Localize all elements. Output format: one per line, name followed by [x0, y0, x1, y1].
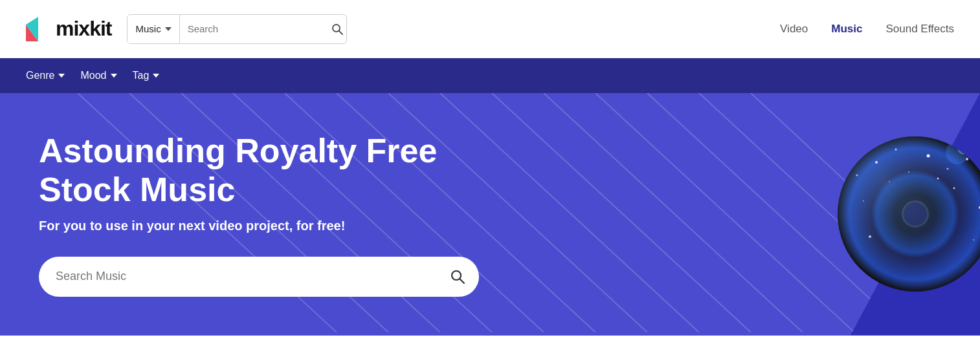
header-search-bar: Music — [127, 14, 347, 44]
search-category-label: Music — [135, 23, 161, 34]
svg-line-19 — [460, 279, 465, 283]
svg-line-3 — [339, 30, 343, 34]
chevron-down-icon — [165, 27, 172, 31]
hero-section: Astounding Royalty Free Stock Music For … — [0, 93, 980, 336]
tag-filter[interactable]: Tag — [133, 70, 175, 81]
svg-point-25 — [889, 181, 890, 182]
vinyl-record — [838, 136, 980, 292]
header: mixkit Music Video Music Sound Effects — [0, 0, 980, 58]
search-button[interactable] — [328, 20, 346, 38]
svg-point-33 — [869, 235, 871, 238]
filter-bar: Genre Mood Tag — [0, 58, 980, 93]
svg-point-31 — [856, 175, 858, 177]
mood-label: Mood — [80, 70, 106, 81]
genre-chevron-icon — [58, 74, 65, 78]
svg-point-27 — [863, 200, 864, 202]
svg-point-23 — [947, 168, 949, 170]
sparkles-svg — [838, 136, 980, 292]
logo[interactable]: mixkit — [26, 17, 111, 41]
svg-point-32 — [973, 239, 974, 241]
svg-point-35 — [957, 142, 970, 155]
search-category-dropdown[interactable]: Music — [128, 15, 179, 43]
hero-search-icon — [449, 268, 466, 285]
logo-text: mixkit — [56, 17, 111, 41]
hero-subtitle: For you to use in your next video projec… — [39, 219, 531, 233]
svg-point-30 — [937, 178, 939, 180]
main-nav: Video Music Sound Effects — [780, 23, 954, 36]
nav-music[interactable]: Music — [831, 23, 862, 36]
svg-point-21 — [895, 149, 897, 151]
hero-title: Astounding Royalty Free Stock Music — [39, 132, 531, 209]
tag-chevron-icon — [153, 74, 159, 78]
nav-video[interactable]: Video — [780, 23, 808, 36]
search-input-wrapper — [180, 23, 329, 34]
hero-search-button[interactable] — [449, 268, 466, 285]
hero-search-input[interactable] — [52, 270, 449, 283]
hero-vinyl-image — [747, 93, 980, 336]
tag-label: Tag — [133, 70, 150, 81]
svg-point-34 — [946, 141, 969, 164]
mixkit-logo-icon — [26, 17, 50, 41]
svg-line-11 — [492, 93, 751, 332]
svg-point-22 — [927, 155, 930, 158]
genre-filter[interactable]: Genre — [26, 70, 80, 81]
mood-filter[interactable]: Mood — [80, 70, 132, 81]
hero-content: Astounding Royalty Free Stock Music For … — [39, 132, 531, 297]
vinyl-inner — [838, 136, 980, 292]
genre-label: Genre — [26, 70, 54, 81]
search-input[interactable] — [188, 23, 321, 34]
nav-sound-effects[interactable]: Sound Effects — [885, 23, 954, 36]
svg-point-20 — [875, 161, 878, 164]
hero-search-bar — [39, 257, 479, 297]
svg-point-26 — [953, 187, 955, 189]
mood-chevron-icon — [111, 74, 117, 78]
search-icon — [331, 23, 344, 36]
svg-point-29 — [908, 171, 909, 173]
